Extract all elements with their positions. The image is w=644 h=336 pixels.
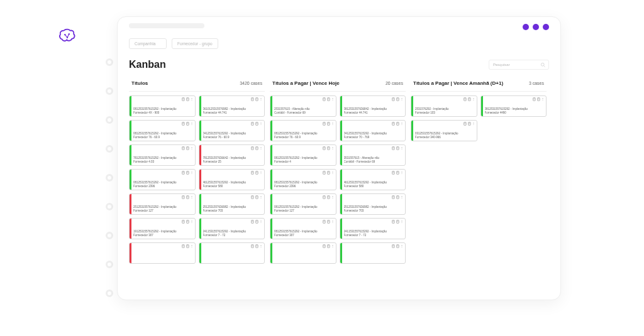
header-skeleton-bar <box>129 23 204 28</box>
filter-companhia[interactable]: Companhia <box>129 38 167 49</box>
card-icons: ⋮ <box>251 122 262 126</box>
binding-dot <box>106 174 113 182</box>
kanban-card[interactable]: ⋮ <box>129 242 196 264</box>
card-icons: ⋮ <box>323 171 334 175</box>
kanban-card[interactable]: 2512531557615292 - ImplantaçãoFornecedor… <box>129 193 196 215</box>
kanban-card[interactable]: 0812531557615292 - ImplantaçãoFornecedor… <box>129 169 196 190</box>
notebook-binding <box>106 58 113 297</box>
window-control-dot[interactable] <box>543 24 549 30</box>
card-subtitle: Fornecedor 76 - 60.9 <box>203 136 263 139</box>
kanban-card[interactable]: 0812531557636842 - ImplantaçãoFornecedor… <box>340 95 406 117</box>
search-input[interactable]: Pesquisar <box>489 60 549 70</box>
column-count: 3 cases <box>529 81 544 85</box>
kanban-card[interactable]: 2411531557615292 - ImplantaçãoFornecedor… <box>340 218 406 239</box>
svg-line-4 <box>544 66 545 67</box>
card-subtitle: Fornecedor 103 <box>415 111 475 115</box>
card-subtitle: Fornecedor 2396 <box>274 185 334 188</box>
kanban-card[interactable]: 0412531557615292 - ImplantaçãoFornecedor… <box>199 120 265 141</box>
card-subtitle: Fornecedor 76 - 60.9 <box>133 136 193 139</box>
kanban-card[interactable]: 2512531557636982 - ImplantaçãoFornecedor… <box>199 193 265 215</box>
card-icons: ⋮ <box>392 171 403 175</box>
clock-icon <box>331 136 334 139</box>
window-control-dot[interactable] <box>523 24 529 30</box>
card-subtitle: Fornecedor 307 <box>133 234 193 237</box>
card-icons: ⋮ <box>392 146 403 150</box>
card-icons: ⋮ <box>392 195 403 199</box>
app-window: Companhia Fornecedor - grupo Kanban Pesq… <box>117 16 561 300</box>
card-icons: ⋮ <box>392 220 403 224</box>
card-icons: ⋮ <box>464 97 475 101</box>
binding-dot <box>106 290 113 297</box>
kanban-card[interactable]: 2531576292 - ImplantaçãoFornecedor 103⋮ <box>411 95 477 117</box>
card-subtitle: Fornecedor 7 - 72 <box>344 234 404 237</box>
column-header: Títulos3420 cases <box>129 77 265 92</box>
kanban-card[interactable]: ⋮ <box>270 242 336 264</box>
search-icon <box>540 62 546 68</box>
kanban-card[interactable]: 1912531557615292 - ImplantaçãoFornecedor… <box>129 218 196 239</box>
card-subtitle: Fornecedor 4X - 900 <box>133 111 193 115</box>
clock-icon <box>331 112 334 115</box>
card-subtitle: Fornecedor 7 - 72 <box>203 234 263 237</box>
card-subtitle: Fornecedor 4.03 <box>133 160 193 164</box>
window-control-dot[interactable] <box>533 24 539 30</box>
kanban-card[interactable]: 2512531557636982 - ImplantaçãoFornecedor… <box>340 193 406 215</box>
filter-fornecedor[interactable]: Fornecedor - grupo <box>172 38 218 49</box>
card-subtitle: Fornecedor 44.741 <box>344 111 404 115</box>
kanban-card[interactable]: 0412531557615292 - ImplantaçãoFornecedor… <box>340 120 406 141</box>
kanban-card[interactable]: 4612531557615292 - ImplantaçãoFornecedor… <box>340 169 406 190</box>
card-icons: ⋮ <box>182 244 193 248</box>
card-icons: ⋮ <box>392 122 403 126</box>
clock-icon <box>190 185 193 188</box>
binding-dot <box>106 87 113 95</box>
kanban-card[interactable]: 0812531557615292 - ImplantaçãoFornecedor… <box>129 95 196 117</box>
kanban-card[interactable]: 0812531557615292 - ImplantaçãoFornecedor… <box>270 193 336 215</box>
card-icons: ⋮ <box>533 97 544 101</box>
column-count: 20 cases <box>386 81 403 85</box>
kanban-card[interactable]: 4612531557615292 - ImplantaçãoFornecedor… <box>199 169 265 190</box>
kanban-card[interactable]: 7812531557636642 - ImplantaçãoFornecedor… <box>199 144 265 166</box>
clock-icon <box>331 210 334 213</box>
kanban-card[interactable]: 0812531557615292 - ImplantaçãoFornecedor… <box>129 120 196 141</box>
column-count: 3420 cases <box>240 81 262 85</box>
kanban-card[interactable]: ⋮ <box>199 242 265 264</box>
card-subtitle: Fornecedor 4490 <box>485 111 545 115</box>
clock-icon <box>190 112 193 115</box>
card-icons: ⋮ <box>182 195 193 199</box>
kanban-card[interactable]: 0312531557615292 - ImplantaçãoFornecedor… <box>411 120 477 141</box>
svg-point-3 <box>541 63 544 66</box>
kanban-card[interactable]: 2531557615 - Alteração nãoContábil - For… <box>270 95 336 117</box>
page-title: Kanban <box>129 59 166 70</box>
clock-icon <box>400 259 403 262</box>
kanban-card[interactable]: 2411531557615292 - ImplantaçãoFornecedor… <box>199 218 265 239</box>
card-subtitle: Fornecedor 44.741 <box>203 111 263 115</box>
kanban-card[interactable]: 0812531557615292 - ImplantaçãoFornecedor… <box>270 144 336 166</box>
clock-icon <box>472 136 475 139</box>
clock-icon <box>259 185 262 188</box>
card-icons: ⋮ <box>392 97 403 101</box>
clock-icon <box>259 234 262 237</box>
kanban-card[interactable]: ⋮ <box>340 242 406 264</box>
card-subtitle: Fornecedor 127 <box>274 209 334 213</box>
kanban-card[interactable]: 0812531557615292 - ImplantaçãoFornecedor… <box>270 120 336 141</box>
clock-icon <box>400 210 403 213</box>
kanban-card[interactable]: 7812531557615292 - ImplantaçãoFornecedor… <box>129 144 196 166</box>
column-header: Títulos a Pagar | Vence Hoje20 cases <box>270 77 406 92</box>
clock-icon <box>190 210 193 213</box>
clock-icon <box>190 161 193 164</box>
clock-icon <box>331 259 334 262</box>
kanban-card[interactable]: 0812531557615292 - ImplantaçãoFornecedor… <box>270 218 336 239</box>
cards-grid: 0812531557615292 - ImplantaçãoFornecedor… <box>129 95 265 264</box>
kanban-card[interactable]: 0610125315576982 - ImplantaçãoFornecedor… <box>199 95 265 117</box>
title-row: Kanban Pesquisar <box>118 54 560 77</box>
card-icons: ⋮ <box>323 244 334 248</box>
cards-grid: 2531557615 - Alteração nãoContábil - For… <box>270 95 406 264</box>
kanban-card[interactable]: 0812531557615292 - ImplantaçãoFornecedor… <box>270 169 336 190</box>
clock-icon <box>400 185 403 188</box>
clock-icon <box>259 136 262 139</box>
card-icons: ⋮ <box>392 244 403 248</box>
column-title: Títulos a Pagar | Vence Amanhã (D+1) <box>413 80 503 86</box>
card-subtitle: Fornecedor 307 <box>274 234 334 237</box>
kanban-card[interactable]: 0812531557615292 - ImplantaçãoFornecedor… <box>480 95 547 117</box>
kanban-card[interactable]: 3531557615 - Alteração nãoContábil - For… <box>340 144 406 166</box>
card-subtitle: Fornecedor 580 <box>203 185 263 188</box>
